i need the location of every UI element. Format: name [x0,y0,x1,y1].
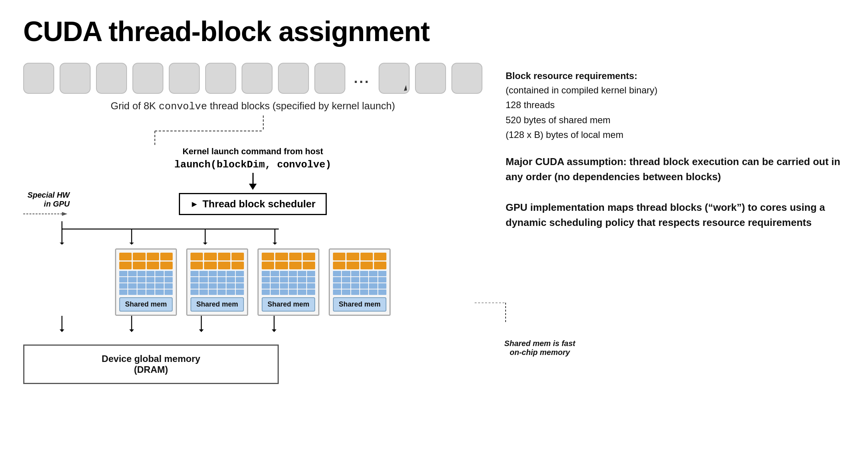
svg-marker-20 [199,329,204,332]
kernel-launch-label: Kernel launch command from host [23,146,482,157]
right-panel: Block resource requirements: (contained … [506,63,845,230]
kernel-to-scheduler-arrow [23,173,482,190]
thread-blocks-row: ... [23,63,482,94]
thread-block-end-2 [415,63,446,94]
svg-marker-8 [60,243,64,245]
thread-block-end-1 [379,63,410,94]
thread-block-5 [169,63,200,94]
sms-row: Shared mem Shared mem [23,248,482,316]
sm-box-2: Shared mem [186,248,248,316]
thread-block-4 [132,63,163,94]
sm-blue-2 [190,271,244,295]
thread-block-2 [60,63,91,94]
thread-block-8 [278,63,309,94]
sm-box-4: Shared mem [329,248,391,316]
svg-marker-10 [129,243,134,245]
svg-marker-18 [129,329,134,332]
special-hw-note: Special HWin GPU [23,191,70,218]
block-resource-title: Block resource requirements: [506,71,845,81]
gpu-impl-text: GPU implementation maps thread blocks (“… [506,200,845,230]
sm-box-3: Shared mem [257,248,319,316]
thread-block-end-3 [451,63,482,94]
svg-marker-4 [62,212,67,216]
page-title: CUDA thread-block assignment [23,16,845,47]
shared-mem-2: Shared mem [190,297,244,312]
thread-blocks-section: ... Grid of 8K convolve thread blocks (s… [23,63,482,112]
device-memory-label: Device global memory (DRAM) [32,353,270,375]
dashed-connector-svg [23,115,317,146]
shared-mem-1: Shared mem [119,297,173,312]
diagram-container: Kernel launch command from host launch(b… [23,146,482,384]
sm-blue-4 [333,271,386,295]
kernel-launch-code: launch(blockDim, convolve) [23,159,482,171]
shared-mem-3: Shared mem [262,297,315,312]
scheduler-to-sms-svg [23,221,317,245]
sm-box-1: Shared mem [115,248,177,316]
block-resource-local: (128 x B) bytes of local mem [506,127,845,142]
scheduler-box: ► Thread block scheduler [179,193,327,215]
shared-mem-dashed-svg [475,303,575,334]
assumption-text: Major CUDA assumption: thread block exec… [506,154,845,184]
sm-blue-1 [119,271,173,295]
thread-block-6 [205,63,236,94]
sm-orange-3 [262,253,315,269]
block-resource-subtitle: (contained in compiled kernel binary) [506,83,845,98]
thread-block-3 [96,63,127,94]
svg-marker-22 [272,329,276,332]
block-resource-threads: 128 threads [506,98,845,112]
dots-separator: ... [351,70,373,86]
thread-block-9 [314,63,345,94]
svg-marker-14 [273,243,277,245]
sm-blue-3 [262,271,315,295]
left-panel: ... Grid of 8K convolve thread blocks (s… [23,63,482,384]
grid-caption: Grid of 8K convolve thread blocks (speci… [23,100,482,112]
sm-orange-2 [190,253,244,269]
device-memory-box: Device global memory (DRAM) [23,345,279,384]
sm-orange-4 [333,253,386,269]
shared-mem-fast-note: Shared mem is fast on-chip memory [504,339,575,357]
kernel-launch-area: Kernel launch command from host launch(b… [23,146,482,171]
scheduler-label: Thread block scheduler [202,198,316,210]
sm-orange-1 [119,253,173,269]
block-resource-section: Block resource requirements: (contained … [506,71,845,143]
svg-marker-12 [203,243,208,245]
thread-block-1 [23,63,54,94]
block-resource-shared: 520 bytes of shared mem [506,113,845,127]
thread-block-7 [242,63,273,94]
svg-marker-16 [60,329,64,332]
shared-mem-4: Shared mem [333,297,386,312]
sms-to-memory-svg [23,316,317,335]
